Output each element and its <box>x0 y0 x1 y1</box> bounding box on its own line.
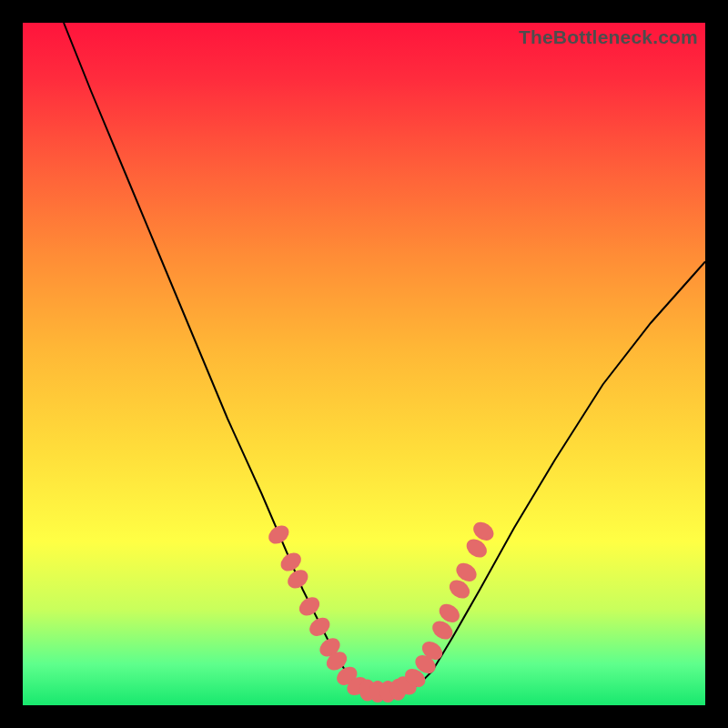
chart-svg <box>23 23 705 705</box>
curve-marker <box>296 593 323 620</box>
curve-marker <box>306 614 333 641</box>
chart-canvas: TheBottleneck.com <box>23 23 705 705</box>
curve-marker <box>265 521 292 548</box>
bottleneck-curve <box>64 23 705 692</box>
marker-group <box>265 519 497 703</box>
